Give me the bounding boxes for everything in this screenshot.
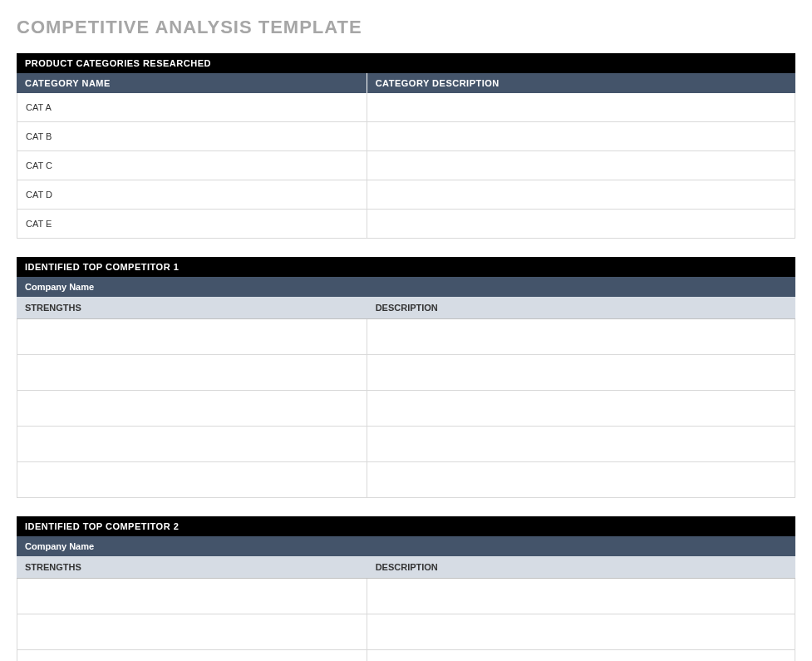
strength-cell[interactable]	[17, 579, 367, 614]
description-cell[interactable]	[367, 391, 795, 426]
page-title: COMPETITIVE ANALYSIS TEMPLATE	[17, 17, 795, 38]
description-cell[interactable]	[367, 427, 795, 461]
category-name-cell[interactable]: CAT C	[17, 151, 367, 180]
description-cell[interactable]	[367, 355, 795, 390]
strength-cell[interactable]	[17, 355, 367, 390]
competitor1-col2-header: DESCRIPTION	[367, 297, 795, 318]
table-row	[17, 319, 795, 355]
strength-cell[interactable]	[17, 319, 367, 354]
competitor1-section: IDENTIFIED TOP COMPETITOR 1 Company Name…	[17, 257, 795, 498]
competitor2-col2-header: DESCRIPTION	[367, 556, 795, 578]
categories-column-header-row: CATEGORY NAME CATEGORY DESCRIPTION	[17, 73, 795, 93]
competitor2-header: IDENTIFIED TOP COMPETITOR 2	[17, 516, 795, 536]
strength-cell[interactable]	[17, 650, 367, 661]
table-row: CAT D	[17, 180, 795, 210]
description-cell[interactable]	[367, 614, 795, 649]
table-row	[17, 462, 795, 498]
category-desc-cell[interactable]	[367, 180, 795, 209]
table-row	[17, 650, 795, 661]
competitor2-column-header-row: STRENGTHS DESCRIPTION	[17, 556, 795, 579]
categories-section: PRODUCT CATEGORIES RESEARCHED CATEGORY N…	[17, 53, 795, 239]
strength-cell[interactable]	[17, 614, 367, 649]
category-name-cell[interactable]: CAT A	[17, 93, 367, 121]
category-name-cell[interactable]: CAT D	[17, 180, 367, 209]
table-row	[17, 391, 795, 427]
table-row: CAT C	[17, 151, 795, 180]
competitor2-company-label: Company Name	[17, 536, 795, 556]
competitor2-section: IDENTIFIED TOP COMPETITOR 2 Company Name…	[17, 516, 795, 661]
competitor1-column-header-row: STRENGTHS DESCRIPTION	[17, 297, 795, 319]
table-row	[17, 579, 795, 614]
strength-cell[interactable]	[17, 391, 367, 426]
description-cell[interactable]	[367, 462, 795, 497]
description-cell[interactable]	[367, 650, 795, 661]
categories-col2-header: CATEGORY DESCRIPTION	[367, 73, 795, 93]
table-row	[17, 355, 795, 391]
table-row: CAT B	[17, 122, 795, 151]
category-desc-cell[interactable]	[367, 210, 795, 238]
strength-cell[interactable]	[17, 427, 367, 461]
competitor1-header: IDENTIFIED TOP COMPETITOR 1	[17, 257, 795, 277]
table-row: CAT E	[17, 210, 795, 239]
table-row	[17, 614, 795, 650]
table-row: CAT A	[17, 93, 795, 122]
description-cell[interactable]	[367, 319, 795, 354]
description-cell[interactable]	[367, 579, 795, 614]
strength-cell[interactable]	[17, 462, 367, 497]
category-name-cell[interactable]: CAT B	[17, 122, 367, 150]
category-desc-cell[interactable]	[367, 122, 795, 150]
competitor2-col1-header: STRENGTHS	[17, 556, 367, 578]
categories-col1-header: CATEGORY NAME	[17, 73, 367, 93]
category-desc-cell[interactable]	[367, 151, 795, 180]
table-row	[17, 427, 795, 462]
competitor1-company-label: Company Name	[17, 277, 795, 297]
competitor1-col1-header: STRENGTHS	[17, 297, 367, 318]
categories-header: PRODUCT CATEGORIES RESEARCHED	[17, 53, 795, 73]
category-name-cell[interactable]: CAT E	[17, 210, 367, 238]
category-desc-cell[interactable]	[367, 93, 795, 121]
